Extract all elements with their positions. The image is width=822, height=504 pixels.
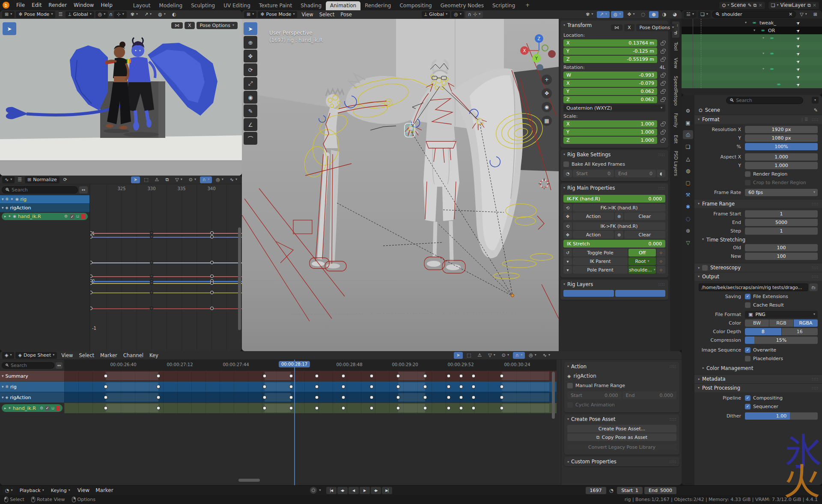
scale-z-field[interactable]: Z1.000	[563, 137, 657, 144]
sidebar-tab-psd-layers[interactable]: PSD Layers	[672, 148, 679, 179]
crop-region-checkbox[interactable]	[745, 180, 751, 185]
dope-row-Summary[interactable]: ▾Summary	[0, 371, 557, 381]
keyframe[interactable]	[157, 406, 161, 410]
create-pose-asset-header[interactable]: ▾Create Pose Asset::::	[564, 415, 679, 424]
keyframe[interactable]	[150, 274, 153, 278]
tool-measure-button[interactable]: ∠	[244, 118, 257, 131]
color-management-header[interactable]: ▾Color Management	[694, 364, 822, 372]
keyframe[interactable]	[210, 231, 214, 235]
custom-properties-header[interactable]: ▾Custom Properties::::	[564, 457, 679, 466]
scale-x-field[interactable]: X1.000	[563, 120, 657, 128]
frame-range-end-field[interactable]: 5000	[745, 219, 818, 226]
timer-icon[interactable]: ◔	[563, 170, 572, 177]
keyframe[interactable]	[263, 374, 267, 378]
pivot-selector[interactable]: ◎▾	[451, 11, 464, 18]
lock-icon[interactable]	[659, 41, 665, 45]
pole-parent-dropdown[interactable]: shoulde...▾	[628, 266, 656, 274]
dope-row-hand_ik.R[interactable]: ▸✦hand_ik.R⚙✓⊔	[0, 403, 557, 413]
keyframe[interactable]	[263, 385, 267, 389]
keyframe[interactable]	[210, 307, 214, 310]
file-format-dropdown[interactable]: ▣PNG▾	[745, 311, 818, 318]
viewport-render[interactable]	[242, 19, 559, 351]
armature-icon[interactable]: ✻	[6, 385, 9, 389]
time-stretching-header[interactable]: ▾Time Stretching	[694, 236, 822, 244]
pin-icon[interactable]: ✦	[8, 215, 12, 218]
metadata-panel-header[interactable]: ▾Metadata::::	[694, 374, 822, 383]
color-option-rgb[interactable]: RGB	[769, 319, 793, 327]
properties-tab-tool[interactable]: ⚙	[683, 106, 693, 115]
outliner-row-OR[interactable]: ▾⚮OR➤	[682, 27, 822, 34]
outliner-search[interactable]: 🔍︎ ✕	[712, 11, 796, 18]
camera-viewport[interactable]: ⊞▾ ✻Pose Mode▾ ☰ ⟂Global▾ ◎▾ ∩ ⊹▾ ✾▾ ↗▾ …	[0, 10, 242, 176]
keyframe[interactable]	[342, 396, 345, 400]
keyframe[interactable]	[210, 281, 214, 285]
tool-scale-button[interactable]: ⤢	[244, 77, 257, 90]
timer-icon[interactable]: ◔	[610, 488, 614, 493]
frame-range-frame-start-field[interactable]: 1	[745, 210, 818, 218]
editor-type-button[interactable]: ⊞▾	[244, 11, 256, 18]
tool-transform-button[interactable]: ◉	[244, 91, 257, 104]
horizontal-scrollbar[interactable]	[238, 479, 260, 482]
normalize-target-icon[interactable]: ⊙▾	[186, 176, 199, 183]
dope-menu-view[interactable]: View	[58, 352, 76, 358]
close-icon[interactable]: ✕	[758, 3, 762, 8]
normalize-refresh-button[interactable]: ⟳	[61, 176, 70, 183]
only-errors-icon[interactable]: ⚠	[475, 352, 484, 359]
snap-toggle[interactable]: ∩⊹▾	[465, 11, 483, 18]
color-option-rgba[interactable]: RGBA	[794, 319, 818, 327]
cache-result-checkbox[interactable]	[745, 302, 751, 308]
properties-tab-modifiers[interactable]: ⚒	[683, 190, 693, 199]
properties-tab-render[interactable]: ▣	[683, 118, 693, 127]
ik-to-fk-button[interactable]: IK->FK (hand.R)	[573, 222, 665, 230]
keyframe[interactable]	[459, 374, 463, 378]
lock-icon[interactable]	[659, 57, 665, 62]
eye-icon[interactable]: ◉	[13, 215, 16, 218]
keyframe[interactable]	[500, 385, 504, 389]
normalize-toggle[interactable]: ⊞Normalize	[25, 176, 60, 183]
sidebar-tab-speedretopo[interactable]: SpeedRetopo	[672, 73, 679, 109]
sidebar-tab-family[interactable]: Family	[672, 110, 679, 131]
keyframe[interactable]	[423, 374, 427, 378]
outliner-row[interactable]: ▾⚮➤	[682, 34, 822, 42]
dope-menu-marker[interactable]: Marker	[97, 352, 120, 358]
chevron-down-icon[interactable]: ▾	[563, 257, 572, 265]
format---field[interactable]: 100%	[745, 143, 818, 150]
ik-parent-dropdown[interactable]: Root▾	[628, 257, 656, 265]
handle-type-icon[interactable]: ∿▾	[227, 176, 240, 183]
play-button[interactable]: ▶	[360, 487, 370, 494]
keyframe[interactable]	[263, 406, 267, 410]
keyframe[interactable]	[90, 307, 92, 310]
lock-icon[interactable]	[659, 130, 665, 134]
action-start-field[interactable]: Start0.000	[567, 391, 622, 399]
depth-option-8[interactable]: 8	[745, 328, 781, 335]
stereoscopy-panel-header[interactable]: ▾Stereoscopy::::	[694, 263, 822, 272]
keyframe[interactable]	[90, 281, 92, 285]
bake-end-field[interactable]: End0	[615, 170, 656, 177]
fk-to-ik-button[interactable]: FK->IK (hand.R)	[573, 204, 665, 212]
rotation-z-field[interactable]: Z0.062	[563, 96, 657, 103]
keying-menu[interactable]: Keying▾	[48, 487, 73, 494]
only-errors-icon[interactable]: ⚠	[152, 176, 162, 183]
editor-type-button[interactable]: ∿▾	[2, 176, 15, 183]
pose-options-dropdown[interactable]: Pose Options▾	[197, 22, 238, 29]
fcurve-4[interactable]	[90, 281, 242, 282]
keyframe[interactable]	[289, 374, 293, 378]
frame-start-field[interactable]: Start1	[617, 487, 643, 494]
lock-icon[interactable]	[659, 97, 665, 102]
expand-icon[interactable]: ↔	[56, 362, 63, 369]
keyframe[interactable]	[104, 374, 108, 378]
properties-search[interactable]: 🔍︎	[726, 97, 803, 104]
box-select-icon[interactable]: ⬚	[141, 176, 151, 183]
keyframe[interactable]	[150, 231, 153, 235]
sequencer-checkbox[interactable]: ✓	[745, 404, 751, 409]
render-region-checkbox[interactable]	[745, 171, 751, 177]
dope-menu-key[interactable]: Key	[146, 352, 161, 358]
lock-icon[interactable]	[659, 89, 665, 94]
keyframe[interactable]	[396, 385, 400, 389]
keyframe[interactable]	[423, 406, 427, 410]
prev-keyframe-button[interactable]: ◀▸	[337, 487, 348, 494]
graph-search[interactable]: 🔍︎	[2, 186, 78, 194]
jump-end-button[interactable]: ▶|	[382, 487, 392, 494]
rotation-y-field[interactable]: Y0.062	[563, 88, 657, 95]
camera-preview-render[interactable]	[0, 19, 242, 176]
